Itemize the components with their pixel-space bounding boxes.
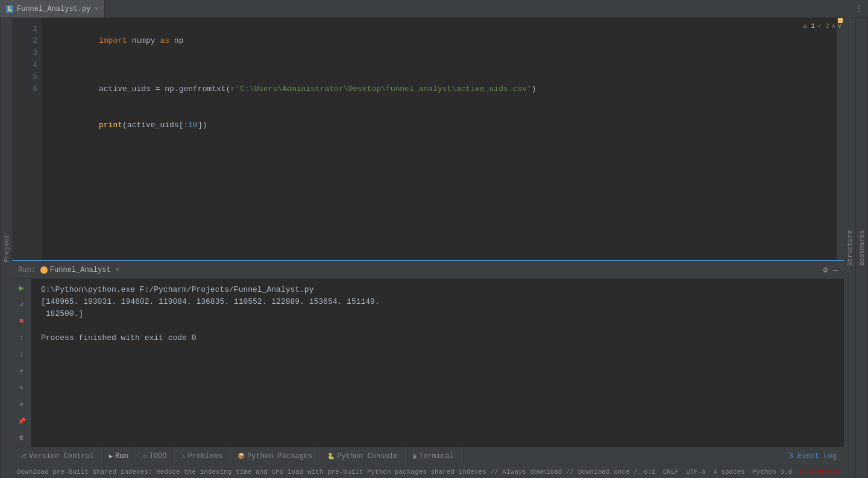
- rerun-button[interactable]: ↺: [15, 298, 28, 312]
- status-tab-label-problems: Problems: [188, 452, 223, 461]
- python-file-icon: 🐍: [6, 5, 13, 13]
- output-line-5: Process finished with exit code 0: [41, 332, 834, 344]
- run-tab[interactable]: Funnel_Analyst ×: [40, 266, 119, 274]
- structure-sidebar-strip[interactable]: Structure: [844, 18, 856, 478]
- line-number-4: 4: [12, 59, 37, 71]
- output-line-4: [41, 320, 834, 332]
- stop-button[interactable]: ■: [15, 315, 28, 328]
- project-sidebar-strip[interactable]: Project: [0, 18, 12, 478]
- tab-close-button[interactable]: ×: [94, 5, 98, 13]
- status-tab-run[interactable]: ▶ Run: [102, 447, 136, 465]
- project-strip-label: Project: [3, 234, 10, 262]
- code-line-5: [52, 143, 837, 156]
- keyword-import: import: [99, 36, 127, 45]
- status-tab-problems[interactable]: ⚠ Problems: [175, 447, 231, 465]
- scroll-down-button[interactable]: ↓: [15, 348, 28, 361]
- code-content[interactable]: import numpy as np active_uids = np.genf…: [42, 18, 837, 260]
- run-panel: Run: Funnel_Analyst × ⚙ — ▶ ↺ ■ ↑: [12, 260, 844, 447]
- python-version[interactable]: Python 3.8: [752, 468, 792, 476]
- warning-count-icon: ⚠ 1: [803, 22, 815, 30]
- output-line-1: G:\Python\python.exe F:/Pycharm/Projects…: [41, 284, 834, 296]
- line-number-6: 6: [12, 83, 37, 95]
- line-numbers: 1 2 3 4 5 6: [12, 18, 42, 260]
- code-editor: 1 2 3 4 5 6 import numpy as np active_ui…: [12, 18, 844, 260]
- scroll-up-button[interactable]: ↑: [15, 332, 28, 345]
- status-tab-label-terminal: Terminal: [419, 452, 454, 461]
- output-line-2: [148965. 193031. 194602. 119084. 136835.…: [41, 296, 834, 308]
- status-bar: ⎇ Version Control ▶ Run ☑ TODO ⚠ Problem…: [12, 447, 844, 465]
- warning-marker: [838, 18, 843, 23]
- status-tab-python-console[interactable]: 🐍 Python Console: [320, 447, 406, 465]
- bookmark-strip-label: Bookmarks: [858, 230, 866, 266]
- python-console-icon: 🐍: [327, 453, 335, 460]
- file-tab[interactable]: 🐍 Funnel_Analyst.py ×: [0, 0, 105, 17]
- minimize-button[interactable]: —: [833, 265, 838, 275]
- run-label: Run:: [18, 266, 36, 274]
- code-line-6: [52, 156, 837, 168]
- run-play-button[interactable]: ▶: [15, 281, 28, 295]
- run-tab-icon: [40, 266, 48, 274]
- run-toolbar: ▶ ↺ ■ ↑ ↓ ⌧ ⚙ ⊞ 📌 🗑: [12, 279, 31, 447]
- status-tab-label-run: Run: [115, 452, 128, 461]
- todo-icon: ☑: [143, 453, 147, 460]
- code-line-2: [52, 59, 837, 71]
- status-tabs: ⎇ Version Control ▶ Run ☑ TODO ⚠ Problem…: [12, 447, 782, 465]
- editor-container: 1 2 3 4 5 6 import numpy as np active_ui…: [12, 18, 844, 478]
- chevron-up-icon[interactable]: ∧: [832, 22, 835, 30]
- status-tab-label-todo: TODO: [149, 452, 167, 461]
- run-panel-body: ▶ ↺ ■ ↑ ↓ ⌧ ⚙ ⊞ 📌 🗑 G:\Python\python.exe…: [12, 279, 844, 447]
- run-status-icon: ▶: [109, 453, 113, 460]
- status-tab-todo[interactable]: ☑ TODO: [136, 447, 175, 465]
- main-area: Project 1 2 3 4 5 6 import numpy as np: [0, 18, 868, 478]
- status-tab-label-console: Python Console: [337, 452, 398, 461]
- info-bar-message: Download pre-built shared indexes: Reduc…: [17, 468, 644, 476]
- line-number-3: 3: [12, 47, 37, 59]
- info-bar: Download pre-built shared indexes: Reduc…: [12, 465, 844, 478]
- csdn-watermark: CSDN @马夫小: [799, 468, 839, 476]
- status-tab-python-packages[interactable]: 📦 Python Packages: [230, 447, 320, 465]
- encoding[interactable]: UTF-8: [686, 468, 706, 476]
- run-panel-actions: ⚙ —: [823, 265, 838, 275]
- tab-filename: Funnel_Analyst.py: [17, 5, 90, 13]
- code-line-3: active_uids = np.genfromtxt(r'C:\Users\A…: [52, 71, 837, 107]
- pin-button[interactable]: 📌: [15, 415, 28, 428]
- tab-more-button[interactable]: ⋮: [850, 4, 868, 14]
- chevron-down-icon[interactable]: ∨: [838, 22, 841, 30]
- bookmark-sidebar-strip[interactable]: Bookmarks: [856, 18, 868, 478]
- event-log-badge[interactable]: 3 Event Log: [789, 452, 837, 461]
- delete-button[interactable]: 🗑: [15, 431, 28, 444]
- settings-panel-button[interactable]: ⚙: [15, 382, 28, 395]
- structure-strip-label: Structure: [846, 230, 854, 266]
- status-tab-label-vc: Version Control: [29, 452, 94, 461]
- ok-count-icon: ✓ 2: [817, 22, 829, 30]
- indent[interactable]: 4 spaces: [713, 468, 745, 476]
- editor-right-margin: ⚠ 1 ✓ 2 ∧ ∨: [837, 18, 844, 260]
- line-number-5: 5: [12, 71, 37, 83]
- soft-wrap-button[interactable]: ⌧: [15, 365, 28, 378]
- status-tab-terminal[interactable]: ▣ Terminal: [406, 447, 462, 465]
- terminal-icon: ▣: [413, 453, 417, 460]
- problems-icon: ⚠: [182, 453, 186, 460]
- status-tab-version-control[interactable]: ⎇ Version Control: [12, 447, 102, 465]
- line-number-1: 1: [12, 23, 37, 35]
- line-endings[interactable]: CRLF: [663, 468, 679, 476]
- settings-button[interactable]: ⚙: [823, 265, 828, 275]
- info-bar-right: 6:1 CRLF UTF-8 4 spaces Python 3.8 CSDN …: [644, 468, 839, 476]
- cursor-position[interactable]: 6:1: [644, 468, 656, 476]
- status-tab-label-packages: Python Packages: [247, 452, 312, 461]
- run-tab-name: Funnel_Analyst: [50, 266, 111, 274]
- output-line-3: 182500.]: [41, 308, 834, 320]
- status-right: 3 Event Log: [782, 452, 844, 461]
- python-packages-icon: 📦: [237, 453, 245, 460]
- tab-bar: 🐍 Funnel_Analyst.py × ⋮: [0, 0, 868, 18]
- line-number-2: 2: [12, 35, 37, 47]
- split-button[interactable]: ⊞: [15, 398, 28, 411]
- code-line-1: import numpy as np: [52, 23, 837, 59]
- version-control-icon: ⎇: [19, 453, 27, 460]
- run-panel-header: Run: Funnel_Analyst × ⚙ —: [12, 261, 844, 279]
- code-line-4: print(active_uids[:10]): [52, 107, 837, 143]
- run-tab-close[interactable]: ×: [116, 266, 120, 274]
- run-output[interactable]: G:\Python\python.exe F:/Pycharm/Projects…: [31, 279, 844, 447]
